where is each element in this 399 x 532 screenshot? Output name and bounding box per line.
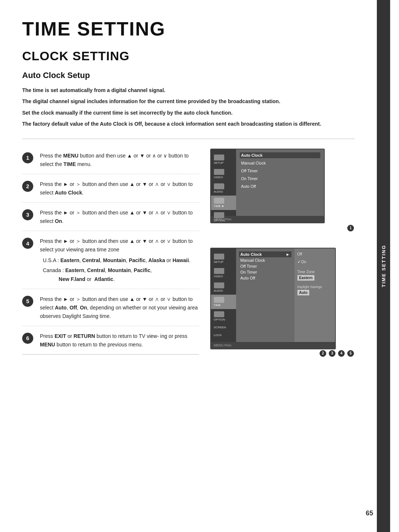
step-number-5: 5 (22, 296, 33, 307)
menu-off-timer-1: Off Timer (240, 168, 320, 174)
footer-text-2: MENU Prev. (214, 343, 232, 347)
page-number: 65 (366, 509, 373, 517)
tv-sidebar-2: SETUP VIDEO AUDIO (211, 248, 236, 342)
subsection-title: Auto Clock Setup (22, 71, 355, 80)
sidebar2-setup: SETUP (211, 251, 236, 266)
step-text-2: Press the ► or ＞ button and then use ▲ o… (40, 180, 199, 197)
sub-timezone-section: Time Zone Eastern (297, 270, 332, 281)
step-text-1: Press the MENU button and then use ▲ or … (40, 152, 199, 169)
footer-text-1: MENU Prev. (214, 217, 232, 221)
tv-screen-2: SETUP VIDEO AUDIO (210, 248, 336, 349)
step-row-1: 1 Press the MENU button and then use ▲ o… (22, 146, 199, 174)
circle-num-5: 5 (347, 350, 354, 357)
circle-num-2: 2 (320, 350, 326, 357)
sub-timezone-title: Time Zone (297, 270, 332, 274)
intro-block: The time is set automatically from a dig… (22, 86, 355, 128)
menu2-auto-clock-arrow: ► (286, 252, 290, 257)
section-title: CLOCK SETTING (22, 49, 355, 63)
tv-menu-content-1: Auto Clock Manual Clock Off Timer On Tim… (236, 149, 324, 216)
sidebar2-screen: SCREEN (211, 323, 236, 331)
sidebar2-video: VIDEO (211, 266, 236, 280)
tv-sidebar-1: SETUP VIDEO AUDIO (211, 149, 236, 216)
tv-sub-panel: Off On Time Zone Eastern Daylight Saving… (294, 248, 335, 342)
menu2-off-timer: Off Timer (239, 263, 291, 269)
menu2-on-timer: On Timer (239, 269, 291, 275)
step-number-4: 4 (22, 238, 33, 249)
step-text-3: Press the ► or ＞ button and then use ▲ o… (40, 209, 199, 226)
step-text-6: Press EXIT or RETURN button to return to… (40, 332, 199, 349)
step-number-1: 1 (22, 152, 33, 163)
intro-line3: Set the clock manually if the current ti… (22, 109, 355, 117)
page-title: TIME SETTING (22, 18, 355, 40)
sub-savings-section: Daylight Savings Auto (297, 285, 332, 295)
screen-num-row-2: 2 3 4 5 (210, 350, 355, 357)
sidebar2-lock: LOCK (211, 331, 236, 339)
circle-num-1: 1 (347, 225, 354, 231)
step-row-3: 3 Press the ► or ＞ button and then use ▲… (22, 203, 199, 231)
intro-line2: The digital channel signal includes info… (22, 97, 355, 105)
screen1-wrapper: SETUP VIDEO AUDIO (210, 149, 355, 231)
sidebar-video: VIDEO (211, 167, 236, 181)
menu-auto-clock-1: Auto Clock (240, 152, 320, 158)
screen2-wrapper: SETUP VIDEO AUDIO (210, 248, 355, 357)
step-row-5: 5 Press the ► or ＞ button and then use ▲… (22, 289, 199, 326)
circle-num-4: 4 (338, 350, 345, 357)
sub-off: Off (297, 251, 332, 257)
step-row-4: 4 Press the ► or ＞ button and then use ▲… (22, 231, 199, 289)
tv-menu-content-2: Auto Clock ► Manual Clock Off Timer On T… (236, 248, 294, 342)
tv-screen-1: SETUP VIDEO AUDIO (210, 149, 325, 223)
step-text-4: Press the ► or ＞ button and then use ▲ o… (40, 237, 199, 283)
sidebar2-audio: AUDIO (211, 280, 236, 295)
side-tab: TIME SETTING (377, 0, 390, 532)
menu2-auto-off: Auto Off (239, 275, 291, 281)
steps-col: 1 Press the MENU button and then use ▲ o… (22, 146, 199, 357)
screens-col: SETUP VIDEO AUDIO (210, 146, 355, 357)
step-row-6: 6 Press EXIT or RETURN button to return … (22, 326, 199, 355)
main-content: TIME SETTING CLOCK SETTING Auto Clock Se… (0, 0, 377, 532)
intro-line1: The time is set automatically from a dig… (22, 86, 355, 94)
page-container: TIME SETTING CLOCK SETTING Auto Clock Se… (0, 0, 399, 532)
menu2-manual-clock: Manual Clock (239, 257, 291, 263)
menu2-auto-clock: Auto Clock ► (239, 251, 291, 257)
steps-area: 1 Press the MENU button and then use ▲ o… (22, 146, 199, 355)
sidebar2-time: TIME (211, 295, 236, 309)
divider-top (22, 139, 355, 139)
sidebar-time: TIME ► (211, 196, 236, 210)
two-col-layout: 1 Press the MENU button and then use ▲ o… (22, 146, 355, 357)
sidebar2-option: OPTION (211, 309, 236, 323)
tv-screen-2-inner: SETUP VIDEO AUDIO (211, 248, 335, 342)
sub-on: On (297, 259, 332, 265)
step-text-5: Press the ► or ＞ button and then use ▲ o… (40, 295, 199, 321)
sub-savings-val: Auto (297, 290, 310, 295)
step-number-3: 3 (22, 209, 33, 220)
step-number-2: 2 (22, 181, 33, 192)
step-row-2: 2 Press the ► or ＞ button and then use ▲… (22, 174, 199, 203)
screen-label-1: 1 (210, 225, 355, 231)
sub-savings-title: Daylight Savings (297, 285, 332, 289)
sub-timezone-val: Eastern (297, 275, 315, 281)
intro-line4: The factory default value of the Auto Cl… (22, 120, 355, 128)
tv-footer-2: MENU Prev. (211, 342, 335, 349)
sidebar-option: OPTION (211, 210, 236, 223)
menu2-auto-clock-label: Auto Clock (241, 252, 262, 257)
tv-screen-1-inner: SETUP VIDEO AUDIO (211, 149, 324, 216)
sidebar-setup: SETUP (211, 152, 236, 167)
sidebar-audio: AUDIO (211, 181, 236, 196)
menu-auto-off-1: Auto Off (240, 183, 320, 189)
side-tab-text: TIME SETTING (381, 245, 386, 287)
menu-manual-clock-1: Manual Clock (240, 160, 320, 166)
step-number-6: 6 (22, 333, 33, 344)
menu-on-timer-1: On Timer (240, 176, 320, 182)
circle-num-3: 3 (329, 350, 335, 357)
